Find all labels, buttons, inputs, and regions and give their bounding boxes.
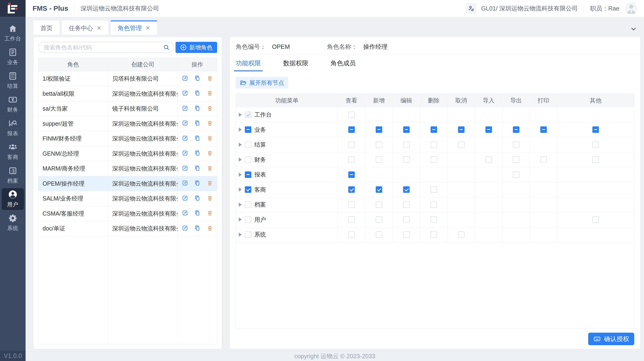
permission-checkbox[interactable]	[348, 156, 355, 163]
permission-checkbox[interactable]	[430, 141, 437, 148]
permission-checkbox[interactable]	[403, 141, 410, 148]
permission-checkbox[interactable]	[458, 231, 464, 238]
permission-checkbox[interactable]	[403, 231, 410, 238]
permission-checkbox[interactable]	[376, 216, 382, 223]
permission-checkbox[interactable]	[376, 156, 382, 163]
role-row-name[interactable]: supper/超管	[38, 116, 108, 131]
sidebar-item-财务[interactable]: 财务	[2, 93, 24, 115]
copy-role-icon[interactable]	[194, 180, 200, 187]
sidebar-item-档案[interactable]: 档案	[2, 164, 24, 186]
add-role-button[interactable]: 新增角色	[176, 42, 217, 53]
copy-role-icon[interactable]	[194, 120, 200, 127]
copy-role-icon[interactable]	[194, 150, 200, 157]
permission-checkbox[interactable]	[592, 141, 599, 148]
sidebar-item-报表[interactable]: 报表	[2, 117, 24, 139]
permission-checkbox[interactable]	[376, 231, 382, 238]
permission-checkbox[interactable]	[348, 111, 355, 118]
tree-expand-arrow-icon[interactable]	[239, 143, 242, 147]
tab-角色管理[interactable]: 角色管理✕	[111, 20, 157, 35]
delete-role-icon[interactable]	[207, 165, 213, 172]
delete-role-icon[interactable]	[207, 210, 213, 217]
search-icon[interactable]	[163, 44, 170, 51]
role-row-company[interactable]: 深圳运物云物流科技有限公司	[108, 176, 178, 191]
delete-role-icon[interactable]	[207, 105, 213, 112]
role-row-company[interactable]: 深圳运物云物流科技有限公司	[108, 161, 178, 176]
role-row-name[interactable]: SALM/业务经理	[38, 191, 108, 206]
permission-checkbox[interactable]	[430, 201, 437, 208]
permission-checkbox[interactable]	[348, 126, 355, 133]
role-row-name[interactable]: sa/大当家	[38, 101, 108, 116]
delete-role-icon[interactable]	[207, 180, 213, 187]
role-row-name[interactable]: CSMA/客服经理	[38, 206, 108, 221]
expand-all-nodes-button[interactable]: 展开所有节点	[236, 77, 288, 88]
role-row-name[interactable]: MARM/商务经理	[38, 161, 108, 176]
tree-expand-arrow-icon[interactable]	[239, 173, 242, 177]
sidebar-item-用户[interactable]: 用户	[2, 188, 24, 210]
tree-expand-arrow-icon[interactable]	[239, 187, 242, 192]
tree-node-checkbox[interactable]	[245, 216, 251, 223]
delete-role-icon[interactable]	[207, 150, 213, 157]
tree-expand-arrow-icon[interactable]	[239, 217, 242, 222]
edit-role-icon[interactable]	[182, 150, 188, 157]
permission-checkbox[interactable]	[376, 186, 382, 193]
permission-checkbox[interactable]	[403, 126, 410, 133]
permission-checkbox[interactable]	[486, 156, 492, 163]
copy-role-icon[interactable]	[194, 210, 200, 217]
permission-checkbox[interactable]	[430, 156, 437, 163]
copy-role-icon[interactable]	[194, 90, 200, 97]
role-row-name[interactable]: 1/权限验证	[38, 71, 108, 86]
delete-role-icon[interactable]	[207, 90, 213, 97]
edit-role-icon[interactable]	[182, 180, 188, 187]
permission-checkbox[interactable]	[458, 141, 464, 148]
tree-node-checkbox[interactable]	[245, 156, 251, 163]
user-avatar[interactable]	[625, 2, 638, 15]
permission-checkbox[interactable]	[513, 156, 520, 163]
tree-node-checkbox[interactable]	[245, 186, 251, 193]
role-row-name[interactable]: FINM/财务经理	[38, 131, 108, 146]
edit-role-icon[interactable]	[182, 135, 188, 142]
permission-checkbox[interactable]	[348, 201, 355, 208]
tabs-collapse-chevron-icon[interactable]	[630, 25, 637, 32]
edit-role-icon[interactable]	[182, 225, 188, 232]
tree-node-checkbox[interactable]	[245, 171, 251, 178]
edit-role-icon[interactable]	[182, 90, 188, 97]
sidebar-item-客商[interactable]: 客商	[2, 141, 24, 163]
permission-checkbox[interactable]	[458, 126, 464, 133]
copy-role-icon[interactable]	[194, 135, 200, 142]
tree-expand-arrow-icon[interactable]	[239, 127, 242, 132]
sidebar-item-工作台[interactable]: 工作台	[2, 22, 24, 44]
permission-checkbox[interactable]	[592, 126, 599, 133]
permission-checkbox[interactable]	[540, 126, 547, 133]
role-row-company[interactable]: 深圳运物云物流科技有限公司	[108, 191, 178, 206]
copy-role-icon[interactable]	[194, 75, 200, 82]
permission-checkbox[interactable]	[348, 186, 355, 193]
permission-checkbox[interactable]	[513, 126, 520, 133]
permission-checkbox[interactable]	[430, 216, 437, 223]
detail-tab-角色成员[interactable]: 角色成员	[330, 59, 356, 71]
role-row-company[interactable]: 贝塔科技有限公司	[108, 71, 178, 86]
tree-node-checkbox[interactable]	[245, 141, 251, 148]
permission-checkbox[interactable]	[403, 201, 410, 208]
permission-checkbox[interactable]	[376, 141, 382, 148]
tree-node-checkbox[interactable]	[245, 231, 251, 238]
sidebar-item-结算[interactable]: 结算	[2, 70, 24, 91]
tree-node-checkbox[interactable]	[245, 111, 251, 118]
tab-close-icon[interactable]: ✕	[146, 25, 150, 31]
copy-role-icon[interactable]	[194, 165, 200, 172]
permission-checkbox[interactable]	[592, 216, 599, 223]
role-row-company[interactable]: 深圳运物云物流科技有限公司	[108, 146, 178, 161]
role-row-company[interactable]: 深圳运物云物流科技有限公司	[108, 86, 178, 101]
edit-role-icon[interactable]	[182, 105, 188, 112]
copy-role-icon[interactable]	[194, 225, 200, 232]
sidebar-item-系统[interactable]: 系统	[2, 212, 24, 234]
role-row-name[interactable]: doc/单证	[38, 221, 108, 236]
delete-role-icon[interactable]	[207, 120, 213, 127]
tree-expand-arrow-icon[interactable]	[239, 157, 242, 162]
permission-checkbox[interactable]	[376, 201, 382, 208]
delete-role-icon[interactable]	[207, 75, 213, 82]
permission-checkbox[interactable]	[348, 231, 355, 238]
tree-node-checkbox[interactable]	[245, 126, 251, 133]
switch-org-button[interactable]	[466, 3, 476, 14]
permission-checkbox[interactable]	[592, 156, 599, 163]
edit-role-icon[interactable]	[182, 120, 188, 127]
